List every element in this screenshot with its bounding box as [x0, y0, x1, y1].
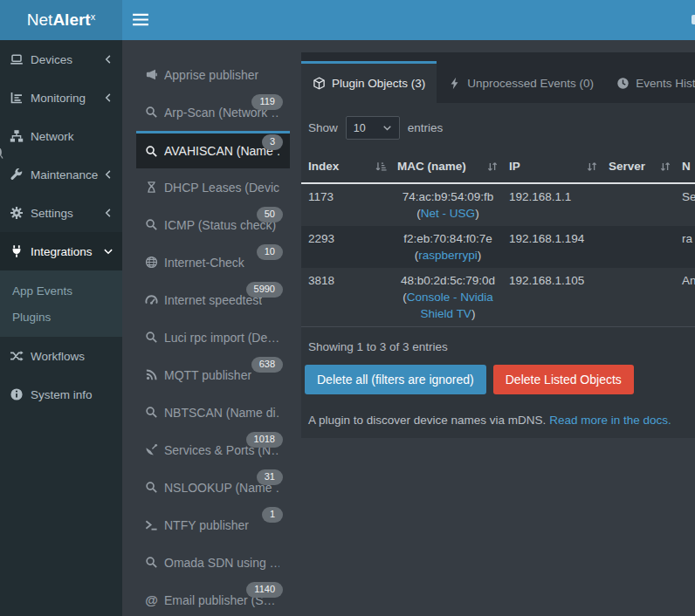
plugin-count-badge: 5990	[246, 282, 283, 298]
sort-both-icon	[659, 161, 671, 173]
cell-server	[602, 268, 675, 327]
device-name-link[interactable]: Net - USG	[421, 207, 475, 220]
sidebar-item-label: Devices	[31, 53, 103, 66]
cell-name-clipped: ra	[675, 226, 695, 268]
plugin-label: Omada SDN using …	[164, 556, 279, 570]
plugin-item-services-ports-n[interactable]: Services & Ports (N… 1018	[136, 431, 290, 469]
chevron-left-icon	[103, 208, 114, 218]
column-header-mac-name[interactable]: MAC (name)	[390, 150, 502, 183]
column-header-index[interactable]: Index	[301, 150, 390, 183]
cell-ip: 192.168.1.1	[502, 183, 602, 226]
plugin-item-nbtscan-name-di[interactable]: NBTSCAN (Name di…	[136, 394, 290, 431]
plugin-list: Apprise publisher Arp-Scan (Network … 11…	[122, 40, 294, 616]
cell-index: 2293	[301, 226, 390, 268]
sidebar-item-settings[interactable]: Settings	[0, 194, 122, 232]
bolt-icon	[448, 77, 461, 90]
sidebar-item-integrations[interactable]: Integrations	[0, 232, 122, 270]
plugin-label: MQTT publisher	[164, 368, 251, 382]
tab-label: Plugin Objects (3)	[332, 77, 425, 90]
sidebar-item-monitoring[interactable]: Monitoring	[0, 79, 122, 117]
mac-address: f2:eb:70:84:f0:7e	[397, 230, 499, 247]
sidebar-item-maintenance[interactable]: Maintenance	[0, 155, 122, 194]
sidebar-item-workflows[interactable]: Workflows	[0, 337, 122, 375]
page-size-select[interactable]: 10	[346, 116, 400, 140]
tab-events-history-6[interactable]: Events History (6)	[605, 61, 695, 103]
plugin-item-internet-check[interactable]: Internet-Check 10	[136, 243, 290, 281]
tab-unprocessed-events-0[interactable]: Unprocessed Events (0)	[437, 61, 605, 103]
plugin-item-apprise-publisher[interactable]: Apprise publisher	[136, 56, 290, 93]
submenu-item-app-events[interactable]: App Events	[0, 277, 122, 304]
brand-prefix: Net	[27, 10, 53, 30]
cell-server	[602, 226, 675, 268]
search-icon	[145, 331, 158, 344]
plugin-item-avahiscan-name[interactable]: AVAHISCAN (Name … 3	[136, 131, 290, 168]
sidebar-item-devices[interactable]: Devices	[0, 40, 122, 79]
chevron-left-icon	[103, 92, 114, 103]
search-icon	[145, 145, 158, 158]
laptop-icon	[10, 52, 24, 66]
chevron-left-icon	[103, 54, 114, 65]
table-row: 1173 74:ac:b9:54:09:fb (Net - USG) 192.1…	[301, 183, 695, 226]
plug-icon	[10, 244, 24, 258]
cube-icon	[313, 77, 326, 90]
device-name-link[interactable]: raspberrypi	[418, 249, 478, 262]
cell-mac: 48:b0:2d:5c:79:0d (Console - Nvidia Shie…	[390, 268, 502, 327]
page-size-row: Show 10 entries	[308, 116, 695, 140]
sidebar-item-label: Settings	[31, 207, 103, 220]
brand-logo[interactable]: NetAlertx	[0, 0, 122, 40]
shuffle-icon	[10, 349, 24, 363]
sidebar-menu: Devices Monitoring Network Maintenance S…	[0, 40, 122, 414]
plugin-item-mqtt-publisher[interactable]: MQTT publisher 638	[136, 356, 290, 394]
plugin-label: Apprise publisher	[164, 68, 258, 82]
sidebar-toggle-icon[interactable]	[132, 12, 149, 27]
plugin-item-ntfy-publisher[interactable]: NTFY publisher 1	[136, 506, 290, 544]
plugin-item-email-publisher-s[interactable]: @ Email publisher (S… 1140	[136, 581, 290, 616]
column-header-ip[interactable]: IP	[502, 150, 602, 183]
satellite-icon	[145, 443, 158, 456]
sidebar-item-system-info[interactable]: System info	[0, 375, 122, 414]
docs-link[interactable]: Read more in the docs.	[549, 414, 671, 427]
device-name: (Net - USG)	[397, 205, 499, 222]
terminal-icon	[145, 518, 158, 531]
plugin-item-icmp-status-check[interactable]: ICMP (Status check) 50	[136, 206, 290, 243]
plugin-item-luci-rpc-import-de[interactable]: Luci rpc import (De…	[136, 318, 290, 356]
chevron-down-icon	[382, 123, 392, 133]
cell-index: 3818	[301, 268, 390, 327]
plugin-count-badge: 638	[251, 357, 283, 373]
plugin-item-nslookup-name[interactable]: NSLOOKUP (Name … 31	[136, 469, 290, 506]
globe-icon	[145, 256, 158, 269]
plugin-count-badge: 31	[257, 469, 283, 485]
search-icon	[145, 481, 158, 494]
sidebar-item-label: Network	[31, 130, 114, 143]
plugin-item-internet-speedtest[interactable]: Internet speedtest 5990	[136, 281, 290, 318]
plugin-item-omada-sdn-using[interactable]: Omada SDN using …	[136, 544, 290, 581]
plugin-detail-panel: Plugin Objects (3) Unprocessed Events (0…	[301, 52, 695, 438]
delete-all-button[interactable]: Delete all (filters are ignored)	[305, 365, 486, 394]
cell-server	[602, 183, 675, 226]
sidebar-item-label: Maintenance	[31, 168, 103, 181]
sort-both-icon	[586, 161, 598, 173]
mac-address: 48:b0:2d:5c:79:0d	[397, 272, 499, 289]
submenu-item-plugins[interactable]: Plugins	[0, 304, 122, 330]
plugin-label: DHCP Leases (Devic…	[164, 181, 279, 195]
cell-ip: 192.168.1.105	[502, 268, 602, 327]
plugin-item-dhcp-leases-devic[interactable]: DHCP Leases (Devic…	[136, 168, 290, 206]
sidebar-item-label: System info	[31, 388, 114, 401]
brand-bold: Alert	[52, 10, 90, 30]
column-header-server[interactable]: Server	[602, 150, 675, 183]
plugin-item-arp-scan-network[interactable]: Arp-Scan (Network … 119	[136, 93, 290, 131]
plugin-label: NTFY publisher	[164, 518, 249, 532]
column-header-n[interactable]: N	[675, 150, 695, 183]
show-label: Show	[308, 121, 338, 134]
tab-plugin-objects-3[interactable]: Plugin Objects (3)	[301, 61, 437, 103]
at-icon: @	[145, 593, 158, 606]
sort-amount-icon	[375, 161, 387, 173]
sidebar-item-network[interactable]: Network	[0, 117, 122, 155]
device-name-link[interactable]: Console - Nvidia Shield TV	[407, 291, 493, 320]
delete-listed-button[interactable]: Delete Listed Objects	[493, 365, 634, 394]
plugin-count-badge: 50	[257, 207, 283, 222]
search-icon	[145, 106, 158, 119]
table-summary: Showing 1 to 3 of 3 entries	[308, 340, 695, 353]
plugin-count-badge: 119	[251, 94, 283, 110]
rss-icon	[145, 368, 158, 381]
